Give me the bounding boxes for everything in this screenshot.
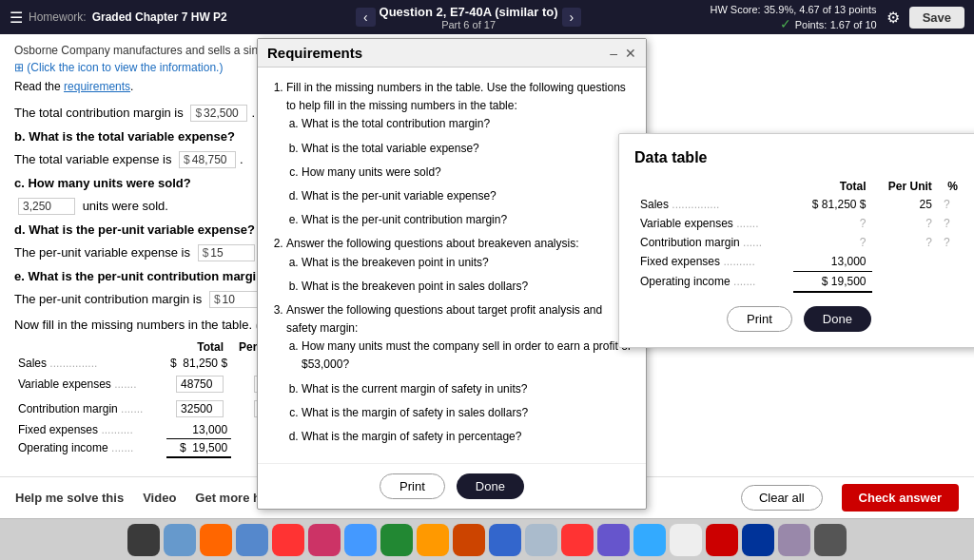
close-icon[interactable]: ✕: [625, 46, 636, 61]
dt-fixed-label: Fixed expenses ..........: [634, 252, 793, 272]
data-table-modal-title: Data table: [634, 149, 964, 166]
variable-total-input[interactable]: 48750: [176, 376, 224, 393]
dock-icon-15[interactable]: [706, 524, 738, 556]
data-table-row: Fixed expenses .......... 13,000: [634, 252, 964, 272]
req-item-2a: What is the breakeven point in units?: [302, 254, 633, 272]
q-b-input[interactable]: $ 48,750: [179, 151, 236, 168]
data-table-row: Contribution margin ...... ? ? ?: [634, 233, 964, 252]
dock-icon-1[interactable]: [200, 524, 232, 556]
requirements-modal-header: Requirements – ✕: [258, 39, 646, 68]
save-button[interactable]: Save: [909, 7, 964, 29]
req-item-1d: What is the per-unit variable expense?: [302, 187, 633, 205]
dt-operating-label: Operating income .......: [634, 272, 793, 293]
q-e-label: e. What is the per-unit contribution mar…: [14, 269, 271, 283]
dt-contribution-per-unit: ?: [872, 233, 938, 252]
q-e-sub: The per-unit contribution margin is: [14, 292, 202, 306]
dock-icon-9[interactable]: [489, 524, 521, 556]
question-sub: Part 6 of 17: [441, 19, 496, 30]
contribution-total-input[interactable]: 32500: [176, 400, 224, 417]
dt-variable-pct: ?: [938, 214, 964, 233]
check-answer-button[interactable]: Check answer: [842, 484, 959, 512]
info-icon[interactable]: ⊞: [14, 61, 24, 74]
dock-icon-7[interactable]: [417, 524, 449, 556]
hw-score: HW Score: 35.9%, 4.67 of 13 points ✓ Poi…: [710, 3, 876, 31]
dt-contribution-label: Contribution margin ......: [634, 233, 793, 252]
dock-icon-4[interactable]: [308, 524, 341, 556]
req-item-1e: What is the per-unit contribution margin…: [302, 211, 633, 229]
dollar-sign-a: $: [195, 106, 202, 120]
settings-icon[interactable]: ⚙: [886, 9, 900, 27]
dock-icon-17[interactable]: [778, 524, 810, 556]
dock-icon-8[interactable]: [453, 524, 485, 556]
row-operating-label: Operating income .......: [14, 439, 166, 458]
req-item-1: Fill in the missing numbers in the table…: [286, 79, 633, 229]
dock-icon-5[interactable]: [344, 524, 377, 556]
modal-controls: – ✕: [610, 46, 636, 61]
data-print-button[interactable]: Print: [727, 306, 792, 332]
dock-icon-11[interactable]: [561, 524, 594, 556]
q-b-label: b. What is the total variable expense?: [14, 129, 235, 144]
col-header-label: [14, 339, 166, 355]
req-done-button[interactable]: Done: [457, 473, 524, 499]
data-modal-table: Total Per Unit % Sales ............... $…: [634, 178, 964, 293]
requirements-link[interactable]: requirements: [64, 80, 130, 93]
dock-icon-launchpad[interactable]: [164, 524, 196, 556]
mac-dock: [0, 518, 974, 560]
dock-icon-3[interactable]: [272, 524, 304, 556]
req-print-button[interactable]: Print: [380, 473, 445, 499]
dock-icon-finder[interactable]: [127, 524, 160, 556]
dock-icon-13[interactable]: [633, 524, 666, 556]
data-col-per-unit: Per Unit: [872, 178, 938, 195]
data-table-modal-footer: Print Done: [634, 293, 964, 332]
video-link[interactable]: Video: [143, 491, 176, 505]
data-done-button[interactable]: Done: [804, 306, 871, 332]
dt-variable-total: ?: [793, 214, 871, 233]
row-sales-total: $ 81,250 $: [166, 355, 231, 372]
row-fixed-label: Fixed expenses ..........: [14, 421, 166, 439]
menu-icon[interactable]: ☰: [10, 9, 23, 27]
question-info: Question 2, E7-40A (similar to) Part 6 o…: [380, 5, 558, 30]
dt-variable-per-unit: ?: [872, 214, 938, 233]
requirements-modal-footer: Print Done: [258, 463, 646, 509]
points-label: Points:: [795, 19, 828, 30]
dock-icon-16[interactable]: [742, 524, 774, 556]
q-a-label: The total contribution margin is: [14, 106, 184, 120]
dt-fixed-per-unit: [872, 252, 938, 272]
req-item-1a: What is the total contribution margin?: [302, 115, 633, 133]
req-item-1c: How many units were sold?: [302, 164, 633, 182]
dollar-sign-d: $: [203, 246, 209, 260]
dock-icon-2[interactable]: [236, 524, 268, 556]
dt-fixed-pct: [938, 252, 964, 272]
req-item-2b: What is the breakeven point in sales dol…: [302, 278, 633, 296]
q-d-value: 15: [210, 246, 223, 260]
dock-icon-18[interactable]: [814, 524, 847, 556]
q-b-value: 48,750: [192, 153, 227, 166]
req-item-1-text: Fill in the missing numbers in the table…: [286, 81, 626, 112]
dollar-sign-b: $: [184, 153, 190, 166]
dt-sales-total: $ 81,250 $: [793, 195, 871, 214]
dock-icon-14[interactable]: [670, 524, 702, 556]
req-item-3-text: Answer the following questions about tar…: [286, 303, 602, 335]
dt-contribution-pct: ?: [938, 233, 964, 252]
req-item-1b: What is the total variable expense?: [302, 140, 633, 158]
clear-all-button[interactable]: Clear all: [741, 485, 823, 511]
q-a-input[interactable]: $ 32,500: [190, 105, 247, 122]
dt-sales-per-unit: 25: [872, 195, 938, 214]
dt-sales-label: Sales ...............: [634, 195, 793, 214]
req-item-2-text: Answer the following questions about bre…: [286, 237, 579, 250]
row-contribution-label: Contribution margin .......: [14, 396, 166, 421]
row-contribution-total: 32500: [166, 396, 231, 421]
prev-question-button[interactable]: ‹: [356, 8, 376, 27]
q-c-value: 3,250: [23, 200, 51, 213]
data-table-row: Operating income ....... $ 19,500: [634, 272, 964, 293]
dock-icon-12[interactable]: [597, 524, 630, 556]
dock-icon-6[interactable]: [380, 524, 413, 556]
q-d-input[interactable]: $ 15: [198, 244, 255, 261]
help-solve-link[interactable]: Help me solve this: [15, 491, 124, 505]
hw-score-value: HW Score:: [710, 4, 760, 15]
dt-contribution-total: ?: [793, 233, 871, 252]
minimize-icon[interactable]: –: [610, 46, 617, 61]
dock-icon-10[interactable]: [525, 524, 557, 556]
next-question-button[interactable]: ›: [562, 8, 582, 27]
q-c-input[interactable]: 3,250: [18, 198, 75, 215]
